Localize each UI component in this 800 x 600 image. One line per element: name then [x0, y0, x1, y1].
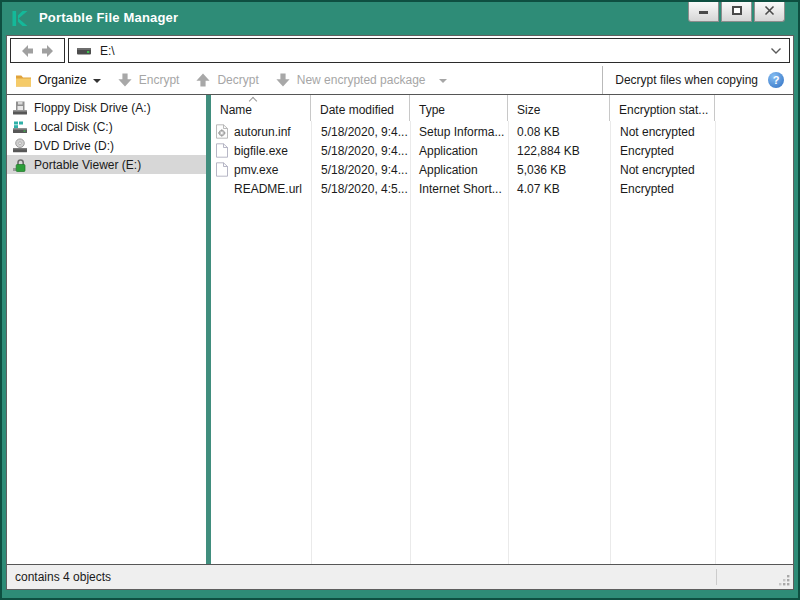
arrow-down-icon [117, 72, 133, 88]
file-list: Name Date modified Type Size Encryption … [211, 95, 793, 564]
back-button[interactable] [20, 43, 36, 59]
file-size: 122,884 KB [508, 144, 610, 158]
file-name: pmv.exe [234, 163, 278, 177]
file-size: 0.08 KB [508, 125, 610, 139]
new-package-caret-icon [439, 79, 447, 83]
file-date: 5/18/2020, 9:4... [311, 163, 410, 177]
portable-file-manager-window: Portable File Manager [0, 0, 800, 600]
resize-grip[interactable] [778, 574, 791, 587]
forward-button[interactable] [39, 43, 55, 59]
arrow-up-icon [195, 72, 211, 88]
setup-file-icon [215, 124, 229, 139]
organize-button[interactable]: Organize [7, 66, 109, 94]
decrypt-button[interactable]: Decrypt [187, 66, 266, 94]
file-date: 5/18/2020, 4:5... [311, 182, 410, 196]
file-encryption-status: Encrypted [610, 182, 715, 196]
column-header-type[interactable]: Type [410, 95, 508, 121]
maximize-button[interactable] [721, 0, 752, 22]
title-bar[interactable]: Portable File Manager [2, 2, 798, 34]
file-type: Application [410, 144, 508, 158]
drives-sidebar: Floppy Disk Drive (A:) Local Disk (C:) [7, 95, 206, 564]
column-header-size[interactable]: Size [508, 95, 610, 121]
file-type: Application [410, 163, 508, 177]
new-encrypted-package-button[interactable]: New encrypted package [267, 66, 456, 94]
close-button[interactable] [754, 0, 785, 22]
organize-caret-icon [93, 79, 101, 83]
kaspersky-logo-icon [11, 9, 30, 28]
file-row-pmv-exe[interactable]: pmv.exe 5/18/2020, 9:4... Application 5,… [211, 160, 793, 179]
decrypt-label: Decrypt [217, 73, 258, 87]
minimize-icon [699, 11, 708, 14]
status-bar: contains 4 objects [7, 564, 793, 589]
file-icon [215, 162, 229, 177]
sidebar-item-local-c[interactable]: Local Disk (C:) [7, 117, 206, 136]
minimize-button[interactable] [688, 0, 719, 22]
decrypt-when-copying-section: Decrypt files when copying ? [602, 66, 793, 94]
file-rows: autorun.inf 5/18/2020, 9:4... Setup Info… [211, 122, 793, 198]
file-type: Setup Informa... [410, 125, 508, 139]
file-row-readme-url[interactable]: README.url 5/18/2020, 4:5... Internet Sh… [211, 179, 793, 198]
maximize-icon [732, 6, 742, 15]
file-name: README.url [234, 182, 302, 196]
sidebar-item-portable-e[interactable]: Portable Viewer (E:) [7, 155, 206, 174]
file-type: Internet Short... [410, 182, 508, 196]
sidebar-item-label: DVD Drive (D:) [34, 139, 114, 153]
file-icon [215, 143, 229, 158]
navigation-buttons [10, 38, 65, 63]
file-encryption-status: Not encrypted [610, 163, 715, 177]
address-row: E:\ [7, 36, 793, 66]
help-icon[interactable]: ? [768, 72, 784, 88]
file-encryption-status: Not encrypted [610, 125, 715, 139]
lock-icon [12, 157, 28, 173]
file-size: 4.07 KB [508, 182, 610, 196]
status-bar-divider [716, 569, 717, 585]
file-size: 5,036 KB [508, 163, 610, 177]
folder-icon [15, 73, 32, 88]
column-header-name[interactable]: Name [211, 95, 311, 121]
chevron-down-icon[interactable] [770, 47, 782, 55]
drive-icon [76, 44, 92, 58]
decrypt-when-copying-label: Decrypt files when copying [615, 73, 758, 87]
floppy-drive-icon [12, 100, 28, 116]
arrow-down-icon [275, 72, 291, 88]
dvd-drive-icon [12, 138, 28, 154]
column-header-empty [715, 95, 793, 121]
sidebar-item-dvd-d[interactable]: DVD Drive (D:) [7, 136, 206, 155]
address-bar[interactable]: E:\ [68, 38, 790, 63]
window-controls [688, 0, 785, 22]
window-title: Portable File Manager [39, 10, 178, 25]
file-row-bigfile-exe[interactable]: bigfile.exe 5/18/2020, 9:4... Applicatio… [211, 141, 793, 160]
window-content: E:\ Organize Encrypt [6, 35, 794, 590]
file-name: bigfile.exe [234, 144, 288, 158]
encrypt-label: Encrypt [139, 73, 180, 87]
blank-icon [215, 181, 229, 196]
sidebar-item-label: Portable Viewer (E:) [34, 158, 141, 172]
file-date: 5/18/2020, 9:4... [311, 125, 410, 139]
column-header-encryption-status[interactable]: Encryption stat... [610, 95, 715, 121]
toolbar: Organize Encrypt Decrypt New encrypted [7, 66, 793, 95]
sidebar-item-label: Floppy Disk Drive (A:) [34, 101, 151, 115]
sidebar-item-label: Local Disk (C:) [34, 120, 113, 134]
file-encryption-status: Encrypted [610, 144, 715, 158]
file-date: 5/18/2020, 9:4... [311, 144, 410, 158]
main-area: Floppy Disk Drive (A:) Local Disk (C:) [7, 95, 793, 564]
file-name: autorun.inf [234, 125, 291, 139]
address-path: E:\ [100, 44, 115, 58]
close-icon [764, 5, 775, 16]
hard-disk-icon [12, 119, 28, 135]
new-encrypted-package-label: New encrypted package [297, 73, 426, 87]
file-row-autorun-inf[interactable]: autorun.inf 5/18/2020, 9:4... Setup Info… [211, 122, 793, 141]
encrypt-button[interactable]: Encrypt [109, 66, 188, 94]
status-text: contains 4 objects [15, 570, 111, 584]
sidebar-item-floppy-a[interactable]: Floppy Disk Drive (A:) [7, 98, 206, 117]
column-header-date-modified[interactable]: Date modified [311, 95, 410, 121]
organize-label: Organize [38, 73, 87, 87]
column-headers: Name Date modified Type Size Encryption … [211, 95, 793, 121]
